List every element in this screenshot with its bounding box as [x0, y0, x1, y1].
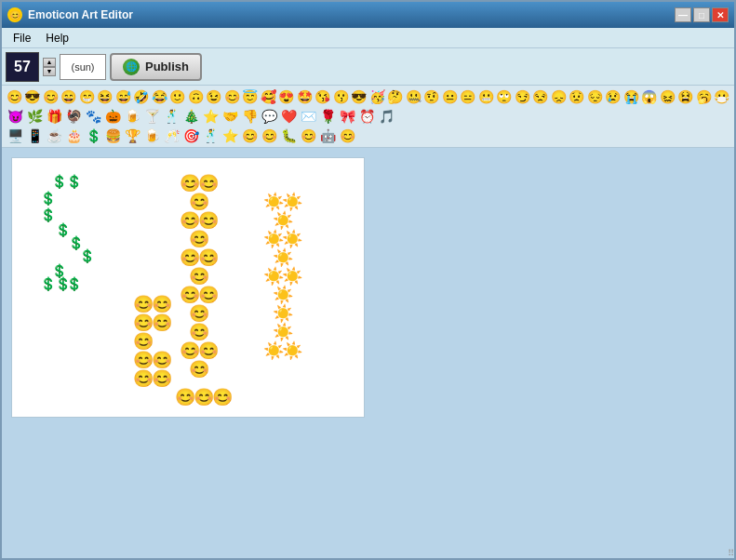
emoji-plant[interactable]: 🌿 — [25, 107, 44, 126]
emoji-mask[interactable]: 😷 — [714, 87, 731, 106]
publish-button[interactable]: 🌐 Publish — [110, 53, 202, 81]
emoji-zip[interactable]: 🤐 — [405, 87, 422, 106]
emoji-neutral[interactable]: 😐 — [441, 87, 459, 106]
emoji-unamused[interactable]: 😒 — [532, 87, 550, 106]
emoji-target[interactable]: 🎯 — [181, 127, 200, 145]
emoji-57[interactable]: 😊 — [6, 87, 23, 106]
spinner-up[interactable]: ▲ — [43, 58, 56, 67]
emoji-smile9[interactable]: 🙃 — [187, 87, 205, 106]
emoji-skype[interactable]: 💬 — [260, 107, 278, 126]
emoji-cake[interactable]: 🎂 — [64, 127, 83, 145]
emoji-ribbon[interactable]: 🎀 — [338, 107, 356, 126]
canvas-emoji-7: 💲 — [51, 264, 67, 277]
emoji-rose[interactable]: 🌹 — [318, 107, 337, 126]
emoji-tree[interactable]: 🎄 — [181, 107, 200, 126]
emoji-hearts[interactable]: 🥰 — [260, 87, 277, 106]
emoji-coffee[interactable]: ☕ — [45, 127, 63, 145]
emoji-scream[interactable]: 😱 — [641, 87, 659, 106]
emoji-tired[interactable]: 😫 — [677, 87, 695, 106]
emoji-think[interactable]: 🤔 — [387, 87, 405, 106]
emoji-blush[interactable]: 😊 — [223, 87, 241, 106]
emoji-kiss[interactable]: 😘 — [314, 87, 332, 106]
emoji-envelope[interactable]: ✉️ — [299, 107, 317, 126]
minimize-button[interactable]: — — [675, 7, 691, 22]
emoji-row-1: 😊 😎 😊 😄 😁 😆 😅 🤣 😂 🙂 🙃 😉 😊 😇 🥰 😍 🤩 😘 😗 😎 … — [6, 87, 730, 106]
menu-help[interactable]: Help — [38, 30, 76, 47]
emoji-computer[interactable]: 🖥️ — [6, 127, 24, 145]
canvas-emoji-47: ☀️ — [263, 342, 284, 359]
canvas-emoji-17: 😊 — [133, 352, 154, 368]
emoji-burger[interactable]: 🍔 — [103, 127, 122, 145]
emoji-smile5[interactable]: 😅 — [114, 87, 132, 106]
emoji-grimace[interactable]: 😬 — [477, 87, 495, 106]
emoji-confound[interactable]: 😖 — [659, 87, 676, 106]
emoji-music[interactable]: 🎵 — [377, 107, 395, 126]
emoji-star2[interactable]: ⭐ — [221, 127, 239, 145]
emoji-bug[interactable]: 🐛 — [279, 127, 298, 145]
canvas-emoji-43: ☀️ — [282, 268, 302, 285]
emoji-yawn[interactable]: 🥱 — [695, 87, 713, 106]
emoji-thumbsdown[interactable]: 👎 — [240, 107, 259, 126]
emoji-worry[interactable]: 😔 — [586, 87, 604, 106]
emoji-smile2[interactable]: 😄 — [60, 87, 78, 106]
emoji-pumpkin[interactable]: 🎃 — [103, 107, 122, 126]
emoji-raise[interactable]: 🤨 — [423, 87, 441, 106]
canvas-emoji-36: ☀️ — [263, 193, 284, 210]
canvas-area[interactable]: 💲💲💲💲💲💲💲💲💲💲💲😊😊😊😊😊😊😊😊😊😊😊😊😊😊😊😊😊😊😊😊😊😊😊😊😊☀️☀️… — [11, 157, 365, 418]
emoji-dollar[interactable]: 💲 — [84, 127, 102, 145]
emoji-smile13[interactable]: 🤖 — [318, 127, 337, 145]
emoji-cry[interactable]: 😢 — [605, 87, 622, 106]
emoji-smile1[interactable]: 😊 — [42, 87, 60, 106]
emoji-cocktail[interactable]: 🍸 — [142, 107, 161, 126]
emoji-star[interactable]: ⭐ — [201, 107, 220, 126]
emoji-trophy[interactable]: 🏆 — [123, 127, 141, 145]
emoji-smile14[interactable]: 😊 — [338, 127, 356, 145]
emoji-heart-eyes[interactable]: 😍 — [278, 87, 296, 106]
emoji-down[interactable]: 😟 — [569, 87, 586, 106]
emoji-devil[interactable]: 😈 — [6, 107, 24, 126]
emoji-beer[interactable]: 🍺 — [123, 107, 141, 126]
canvas-emoji-13: 😊 — [133, 314, 154, 331]
emoji-smile4[interactable]: 😆 — [97, 87, 114, 106]
emoji-champagne[interactable]: 🥂 — [162, 127, 181, 145]
emoji-star-struck[interactable]: 🤩 — [296, 87, 314, 106]
emoji-smirk[interactable]: 😏 — [514, 87, 531, 106]
emoji-handshake[interactable]: 🤝 — [221, 107, 239, 126]
emoji-express[interactable]: 😑 — [460, 87, 477, 106]
emoji-paw[interactable]: 🐾 — [84, 107, 102, 126]
menu-file[interactable]: File — [6, 30, 38, 47]
emoji-dance[interactable]: 🕺 — [162, 107, 181, 126]
emoji-heart[interactable]: ❤️ — [279, 107, 298, 126]
emoji-halo[interactable]: 😇 — [242, 87, 260, 106]
emoji-beer2[interactable]: 🍺 — [142, 127, 161, 145]
emoji-party[interactable]: 🥳 — [368, 87, 386, 106]
emoji-phone[interactable]: 📱 — [25, 127, 44, 145]
close-button[interactable]: ✕ — [712, 7, 729, 22]
emoji-smile10[interactable]: 😊 — [240, 127, 259, 145]
emoji-sob[interactable]: 😭 — [622, 87, 640, 106]
emoji-cool[interactable]: 😎 — [351, 87, 368, 106]
canvas-emoji-40: ☀️ — [282, 231, 302, 247]
emoji-roll[interactable]: 🙄 — [496, 87, 514, 106]
emoji-smile11[interactable]: 😊 — [260, 127, 278, 145]
emoji-wink[interactable]: 😉 — [206, 87, 223, 106]
emoji-turkey[interactable]: 🦃 — [64, 107, 83, 126]
spinner-down[interactable]: ▼ — [43, 67, 56, 76]
resize-handle[interactable]: ⠿ — [728, 548, 734, 558]
emoji-smile12[interactable]: 😊 — [299, 127, 317, 145]
emoji-kiss2[interactable]: 😗 — [332, 87, 350, 106]
canvas-emoji-33: 😊 — [180, 342, 200, 359]
emoji-smile3[interactable]: 😁 — [78, 87, 96, 106]
emoji-dance2[interactable]: 🕺 — [201, 127, 220, 145]
maximize-button[interactable]: □ — [693, 7, 710, 22]
title-bar: 😊 Emoticon Art Editor — □ ✕ — [2, 2, 734, 28]
emoji-sunglasses[interactable]: 😎 — [24, 87, 42, 106]
canvas-emoji-21: 😊 — [198, 175, 219, 192]
canvas-emoji-22: 😊 — [189, 193, 209, 210]
emoji-smile7[interactable]: 😂 — [151, 87, 168, 106]
emoji-clock[interactable]: ⏰ — [357, 107, 376, 126]
emoji-smile6[interactable]: 🤣 — [133, 87, 151, 106]
emoji-smile8[interactable]: 🙂 — [169, 87, 187, 106]
emoji-gift[interactable]: 🎁 — [45, 107, 63, 126]
emoji-pout[interactable]: 😞 — [550, 87, 568, 106]
